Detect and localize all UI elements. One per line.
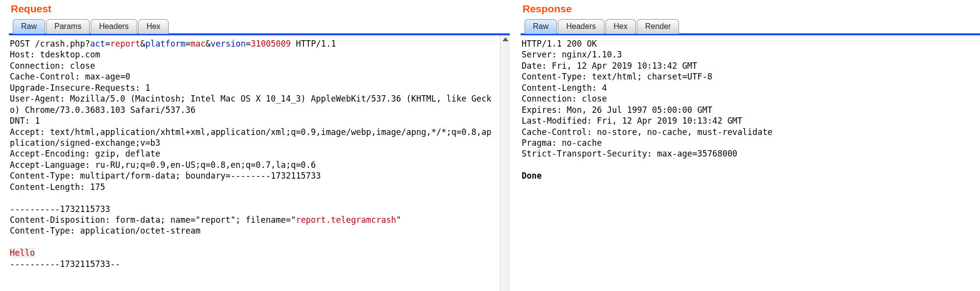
response-tabs: Raw Headers Hex Render: [521, 19, 980, 33]
tab-request-raw[interactable]: Raw: [13, 19, 45, 34]
app-root: Request Raw Params Headers Hex POST /cra…: [0, 0, 980, 291]
tab-response-headers[interactable]: Headers: [558, 19, 604, 34]
tab-response-render[interactable]: Render: [637, 19, 679, 34]
response-title: Response: [521, 1, 980, 19]
response-viewer-wrap: HTTP/1.1 200 OK Server: nginx/1.10.3 Dat…: [521, 35, 980, 291]
tab-response-hex[interactable]: Hex: [605, 19, 636, 34]
tab-request-params[interactable]: Params: [46, 19, 90, 34]
request-raw-viewer[interactable]: POST /crash.php?act=report&platform=mac&…: [9, 35, 500, 291]
tab-response-raw[interactable]: Raw: [525, 19, 557, 34]
request-scrollbar[interactable]: [500, 35, 510, 291]
request-title: Request: [9, 1, 510, 19]
panel-divider[interactable]: [510, 0, 521, 291]
request-viewer-wrap: POST /crash.php?act=report&platform=mac&…: [9, 35, 510, 291]
tab-request-hex[interactable]: Hex: [138, 19, 169, 34]
scroll-up-icon: [503, 37, 508, 41]
request-tabs: Raw Params Headers Hex: [9, 19, 510, 33]
request-panel: Request Raw Params Headers Hex POST /cra…: [0, 0, 510, 291]
response-raw-viewer[interactable]: HTTP/1.1 200 OK Server: nginx/1.10.3 Dat…: [521, 35, 980, 291]
response-panel: Response Raw Headers Hex Render HTTP/1.1…: [521, 0, 980, 291]
tab-request-headers[interactable]: Headers: [91, 19, 137, 34]
